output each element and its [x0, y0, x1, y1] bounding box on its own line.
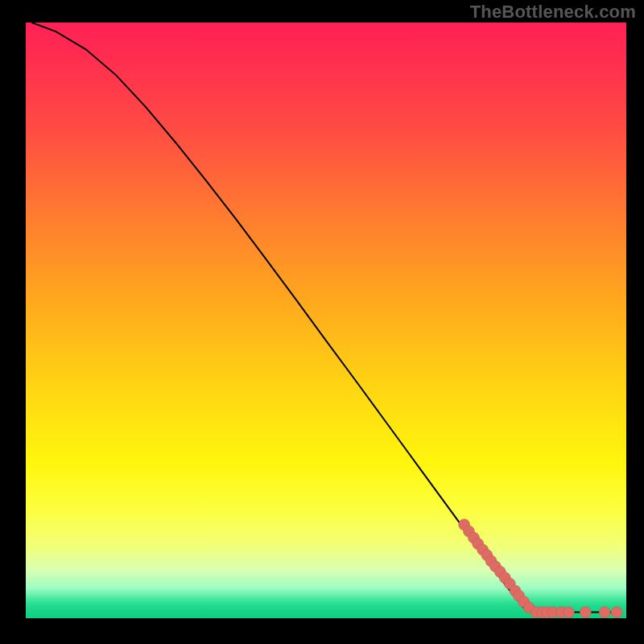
chart-canvas: TheBottleneck.com — [0, 0, 644, 644]
data-points-group — [459, 519, 623, 618]
watermark-text: TheBottleneck.com — [470, 3, 636, 21]
plot-area — [26, 23, 626, 618]
bottleneck-curve — [32, 23, 621, 613]
data-point — [580, 607, 591, 618]
data-point — [563, 607, 574, 618]
data-point — [611, 607, 622, 618]
data-point — [599, 607, 610, 618]
chart-svg — [26, 23, 626, 618]
